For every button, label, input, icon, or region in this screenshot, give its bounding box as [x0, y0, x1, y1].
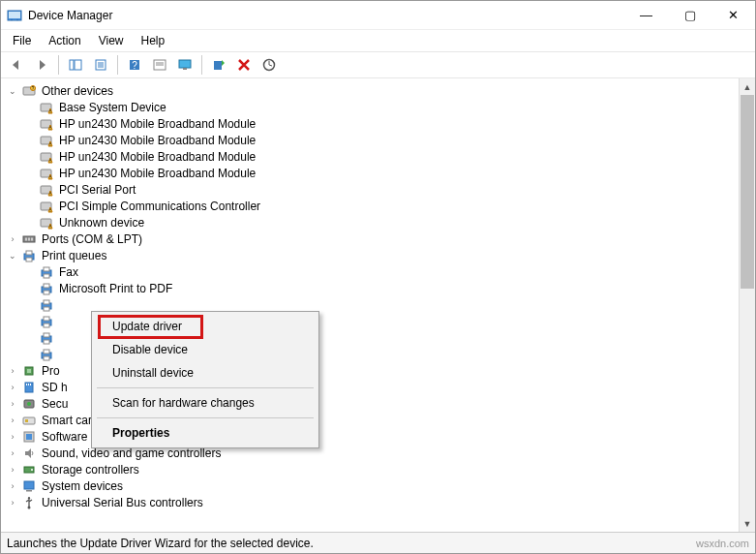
- tree-label: Universal Serial Bus controllers: [40, 496, 205, 509]
- svg-rect-15: [179, 60, 191, 68]
- tree-node-print-queue-item[interactable]: ·Microsoft Print to PDF: [24, 280, 739, 296]
- window-title: Device Manager: [28, 9, 112, 22]
- svg-rect-75: [28, 384, 29, 385]
- tree-node-print-queues[interactable]: ⌄ Print queues: [7, 247, 739, 263]
- tree-label: SD h: [40, 381, 70, 394]
- context-properties[interactable]: Properties: [95, 421, 316, 445]
- expand-icon[interactable]: ›: [7, 431, 18, 443]
- tree-node-storage[interactable]: › Storage controllers: [7, 461, 739, 477]
- warning-device-icon: [39, 215, 54, 231]
- printer-icon: [21, 248, 37, 263]
- back-button[interactable]: [5, 53, 28, 77]
- svg-rect-70: [44, 356, 49, 360]
- printer-icon: [39, 264, 54, 280]
- sound-icon: [21, 446, 37, 461]
- tree-node-print-queue-item[interactable]: ·Fax: [24, 263, 739, 280]
- forward-button[interactable]: [30, 53, 53, 77]
- security-icon: [21, 396, 37, 412]
- show-hide-tree-button[interactable]: [64, 53, 87, 77]
- expand-icon[interactable]: ›: [7, 497, 18, 508]
- tree-label: Storage controllers: [40, 463, 141, 477]
- tree-node-other-device-item[interactable]: ·HP un2430 Mobile Broadband Module: [24, 165, 739, 181]
- menu-view[interactable]: View: [91, 32, 132, 49]
- tree-node-other-device-item[interactable]: ·HP un2430 Mobile Broadband Module: [24, 148, 739, 165]
- svg-point-2: [11, 18, 13, 20]
- tree-node-ports[interactable]: › Ports (COM & LPT): [7, 231, 739, 247]
- printer-icon: [39, 330, 54, 346]
- vertical-scrollbar[interactable]: ▲ ▼: [739, 78, 755, 532]
- update-button[interactable]: [257, 53, 281, 77]
- properties-button[interactable]: [89, 53, 112, 77]
- expand-icon[interactable]: ›: [7, 382, 18, 393]
- tree-node-other-devices[interactable]: ⌄ ? Other devices: [7, 82, 739, 99]
- scroll-track[interactable]: [740, 95, 755, 515]
- statusbar: Launches the Update Driver Wizard for th…: [1, 532, 755, 553]
- svg-rect-54: [44, 267, 49, 271]
- menu-file[interactable]: File: [5, 32, 39, 49]
- toolbar: ?: [1, 51, 755, 78]
- expand-icon[interactable]: ›: [7, 398, 18, 410]
- tree-node-other-device-item[interactable]: ·Base System Device: [24, 99, 739, 115]
- svg-rect-16: [183, 68, 187, 70]
- options-button[interactable]: [148, 53, 171, 77]
- tree-label: Base System Device: [57, 101, 168, 114]
- svg-point-27: [50, 128, 51, 129]
- tree-node-other-device-item[interactable]: ·HP un2430 Mobile Broadband Module: [24, 115, 739, 132]
- tree-node-usb[interactable]: › Universal Serial Bus controllers: [7, 494, 739, 510]
- svg-rect-47: [25, 237, 27, 240]
- tree-label: Ports (COM & LPT): [40, 232, 144, 246]
- tree-node-other-device-item[interactable]: ·HP un2430 Mobile Broadband Module: [24, 132, 739, 148]
- menu-action[interactable]: Action: [41, 32, 88, 49]
- context-separator: [97, 387, 314, 388]
- svg-text:?: ?: [132, 60, 137, 71]
- printer-icon: [39, 297, 54, 313]
- tree-node-other-device-item[interactable]: ·Unknown device: [24, 214, 739, 231]
- expand-icon[interactable]: ›: [7, 447, 18, 459]
- expand-icon[interactable]: ›: [7, 365, 18, 377]
- context-update-driver[interactable]: Update driver: [95, 315, 316, 338]
- svg-point-45: [50, 227, 51, 228]
- toolbar-separator: [201, 55, 202, 75]
- context-scan-hardware[interactable]: Scan for hardware changes: [95, 391, 316, 415]
- titlebar: Device Manager — ▢ ✕: [1, 1, 755, 30]
- scroll-thumb[interactable]: [741, 95, 754, 289]
- collapse-icon[interactable]: ⌄: [7, 85, 18, 97]
- expand-icon[interactable]: ›: [7, 233, 18, 245]
- expand-icon[interactable]: ›: [7, 480, 18, 492]
- svg-rect-85: [24, 481, 34, 489]
- scroll-down-button[interactable]: ▼: [740, 515, 755, 532]
- collapse-icon[interactable]: ⌄: [7, 250, 18, 262]
- device-tree[interactable]: ⌄ ? Other devices ·Base System Device·HP…: [1, 78, 739, 532]
- tree-label: PCI Simple Communications Controller: [57, 200, 262, 213]
- menu-help[interactable]: Help: [134, 32, 173, 49]
- context-uninstall-device[interactable]: Uninstall device: [95, 361, 316, 385]
- expand-icon[interactable]: ›: [7, 464, 18, 476]
- svg-rect-51: [26, 251, 32, 255]
- svg-rect-69: [44, 350, 49, 354]
- other-devices-icon: ?: [21, 83, 37, 99]
- context-menu: Update driver Disable device Uninstall d…: [91, 311, 319, 448]
- svg-point-42: [50, 210, 51, 211]
- svg-rect-79: [23, 417, 35, 424]
- maximize-button[interactable]: ▢: [668, 1, 711, 30]
- help-button[interactable]: ?: [123, 53, 146, 77]
- uninstall-button[interactable]: [232, 53, 256, 77]
- close-button[interactable]: ✕: [711, 1, 755, 30]
- expand-icon[interactable]: ›: [7, 415, 18, 426]
- warning-device-icon: [39, 199, 54, 214]
- svg-point-39: [50, 194, 51, 195]
- scroll-up-button[interactable]: ▲: [740, 78, 755, 95]
- svg-point-30: [50, 144, 51, 145]
- tree-node-other-device-item[interactable]: ·PCI Simple Communications Controller: [24, 198, 739, 214]
- tree-node-other-device-item[interactable]: ·PCI Serial Port: [24, 181, 739, 198]
- scan-button[interactable]: [207, 53, 230, 77]
- context-disable-device[interactable]: Disable device: [95, 338, 316, 361]
- tree-label: Other devices: [40, 84, 115, 98]
- printer-icon: [39, 281, 54, 296]
- usb-icon: [21, 495, 37, 510]
- monitor-button[interactable]: [173, 53, 197, 77]
- warning-device-icon: [39, 182, 54, 198]
- tree-label: HP un2430 Mobile Broadband Module: [57, 134, 257, 147]
- minimize-button[interactable]: —: [624, 1, 668, 30]
- tree-node-system[interactable]: › System devices: [7, 477, 739, 494]
